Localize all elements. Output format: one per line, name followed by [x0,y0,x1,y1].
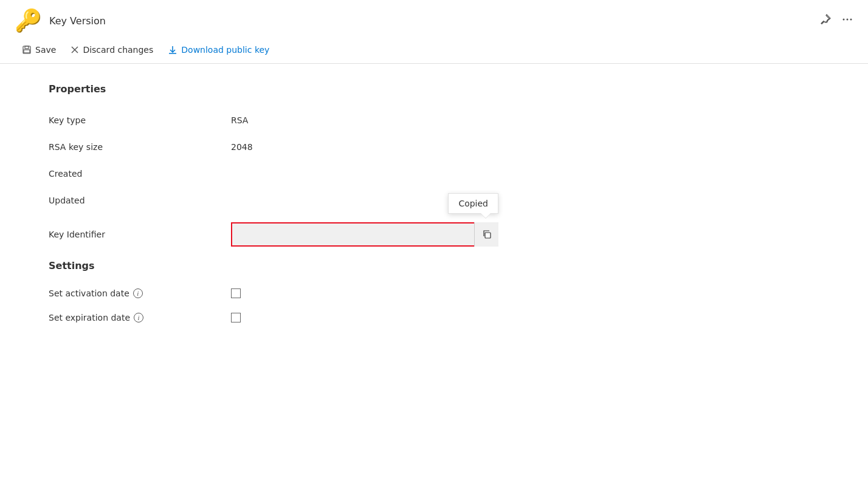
created-label: Created [49,169,231,179]
svg-rect-6 [24,50,30,53]
main-content: Properties Key type RSA RSA key size 204… [0,64,547,349]
rsa-key-size-value: 2048 [231,142,253,152]
updated-label: Updated [49,196,231,205]
copy-icon [482,230,492,239]
save-button[interactable]: Save [15,41,63,58]
expiration-date-label: Set expiration date i [49,313,231,322]
expiration-info-icon[interactable]: i [134,313,143,322]
svg-point-2 [847,19,849,21]
toolbar: Save Discard changes Download public key [0,36,868,64]
download-public-key-button[interactable]: Download public key [160,41,277,58]
pin-icon[interactable] [819,13,832,28]
key-identifier-input[interactable] [231,222,498,247]
discard-label: Discard changes [83,45,153,55]
rsa-key-size-row: RSA key size 2048 [49,134,498,160]
discard-button[interactable]: Discard changes [63,41,160,58]
header-right [819,13,853,28]
activation-date-checkbox[interactable] [231,288,241,298]
activation-info-icon[interactable]: i [133,288,143,298]
expiration-date-row: Set expiration date i [49,305,498,330]
page-header: 🔑 Key Version [0,0,868,36]
page-title: Key Version [49,15,106,27]
key-type-value: RSA [231,115,248,125]
key-icon: 🔑 [15,10,42,32]
download-icon [168,45,177,55]
svg-point-3 [850,19,852,21]
activation-date-text: Set activation date [49,288,129,298]
svg-rect-11 [485,233,491,238]
activation-date-row: Set activation date i [49,281,498,305]
expiration-date-checkbox[interactable] [231,313,241,322]
discard-icon [71,46,79,54]
svg-point-1 [843,19,845,21]
svg-rect-5 [25,46,29,49]
settings-section: Settings Set activation date i Set expir… [49,260,498,330]
save-label: Save [35,45,56,55]
created-row: Created [49,160,498,187]
settings-heading: Settings [49,260,498,271]
key-type-row: Key type RSA [49,107,498,134]
expiration-date-text: Set expiration date [49,313,130,322]
save-icon [22,45,32,55]
copy-button[interactable] [474,222,498,247]
key-type-label: Key type [49,115,231,125]
key-identifier-input-wrap: Copied [231,222,498,247]
activation-date-label: Set activation date i [49,288,231,298]
more-options-icon[interactable] [841,13,853,28]
properties-heading: Properties [49,83,498,95]
download-label: Download public key [181,45,269,55]
key-identifier-row: Key Identifier Copied [49,214,498,255]
copied-tooltip: Copied [448,193,498,214]
key-identifier-label: Key Identifier [49,230,231,239]
header-left: 🔑 Key Version [15,10,106,32]
rsa-key-size-label: RSA key size [49,142,231,152]
updated-row: Updated [49,187,498,214]
